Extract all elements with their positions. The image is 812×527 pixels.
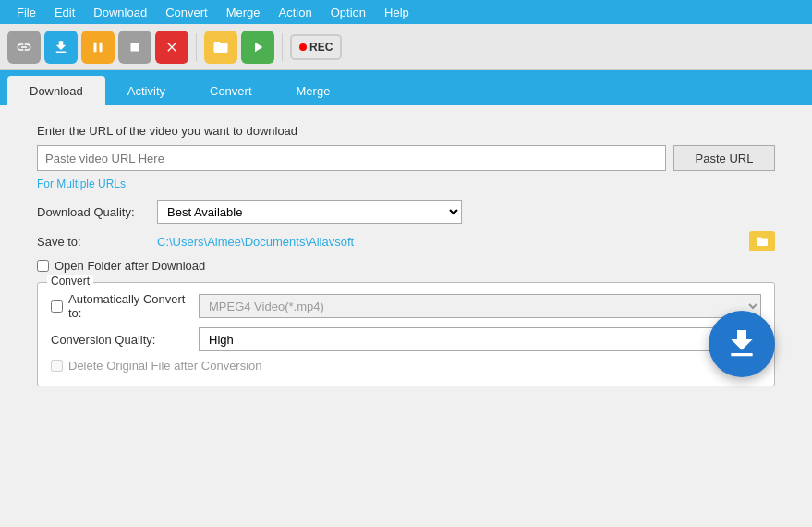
menu-convert[interactable]: Convert: [156, 4, 217, 21]
download-toolbar-button[interactable]: [44, 31, 78, 64]
rec-button[interactable]: REC: [290, 34, 342, 60]
tab-merge[interactable]: Merge: [274, 76, 353, 105]
rec-dot: [299, 43, 307, 51]
menu-download[interactable]: Download: [84, 4, 156, 21]
stop-button[interactable]: [118, 31, 151, 64]
menu-option[interactable]: Option: [321, 4, 375, 21]
save-path-link[interactable]: C:\Users\Aimee\Documents\Allavsoft: [157, 235, 744, 249]
tab-convert[interactable]: Convert: [188, 76, 274, 105]
menu-help[interactable]: Help: [375, 4, 418, 21]
url-row: Paste URL: [37, 145, 775, 171]
menu-file[interactable]: File: [7, 4, 45, 21]
menu-bar: File Edit Download Convert Merge Action …: [0, 0, 812, 24]
delete-original-label: Delete Original File after Conversion: [68, 359, 262, 373]
delete-button[interactable]: [155, 31, 188, 64]
multiple-urls-link[interactable]: For Multiple URLs: [37, 178, 126, 190]
menu-action[interactable]: Action: [270, 4, 321, 21]
link-button[interactable]: [7, 31, 41, 64]
open-folder-button[interactable]: [204, 31, 237, 64]
delete-original-row: Delete Original File after Conversion: [51, 359, 761, 373]
main-content: Enter the URL of the video you want to d…: [0, 105, 812, 405]
auto-convert-row: Automatically Convert to: MPEG4 Video(*.…: [51, 292, 761, 320]
quality-label: Download Quality:: [37, 205, 157, 219]
svg-rect-0: [131, 43, 139, 51]
conversion-quality-select[interactable]: High Medium Low: [199, 327, 761, 351]
open-folder-checkbox[interactable]: [37, 260, 49, 272]
save-to-label: Save to:: [37, 235, 157, 249]
tab-activity[interactable]: Activity: [105, 76, 188, 105]
toolbar: REC: [0, 24, 812, 70]
convert-format-select[interactable]: MPEG4 Video(*.mp4) AVI Video(*.avi) MOV …: [199, 294, 761, 318]
play-button[interactable]: [241, 31, 274, 64]
menu-edit[interactable]: Edit: [45, 4, 84, 21]
toolbar-separator: [196, 33, 197, 61]
pause-button[interactable]: [81, 31, 115, 64]
auto-convert-label: Automatically Convert to:: [68, 292, 199, 320]
open-folder-row: Open Folder after Download: [37, 259, 775, 273]
url-section-label: Enter the URL of the video you want to d…: [37, 124, 775, 138]
auto-convert-checkbox[interactable]: [51, 300, 63, 313]
convert-group-title: Convert: [47, 275, 93, 288]
convert-group: Convert Automatically Convert to: MPEG4 …: [37, 282, 775, 386]
delete-original-checkbox[interactable]: [51, 360, 63, 372]
download-fab-button[interactable]: [709, 311, 775, 377]
save-folder-button[interactable]: [749, 231, 775, 251]
paste-url-button[interactable]: Paste URL: [673, 145, 775, 171]
tabs: Download Activity Convert Merge: [0, 70, 812, 105]
rec-label: REC: [309, 41, 333, 54]
quality-row: Download Quality: Best Available 1080p 7…: [37, 200, 775, 224]
quality-select[interactable]: Best Available 1080p 720p 480p 360p: [157, 200, 462, 224]
menu-merge[interactable]: Merge: [217, 4, 270, 21]
auto-convert-label-group: Automatically Convert to:: [51, 292, 199, 320]
url-input[interactable]: [37, 145, 666, 171]
save-row: Save to: C:\Users\Aimee\Documents\Allavs…: [37, 231, 775, 251]
open-folder-label: Open Folder after Download: [55, 259, 205, 273]
conversion-quality-row: Conversion Quality: High Medium Low: [51, 327, 761, 351]
conversion-quality-label: Conversion Quality:: [51, 333, 199, 347]
toolbar-separator-2: [282, 33, 283, 61]
tab-download[interactable]: Download: [7, 76, 105, 105]
